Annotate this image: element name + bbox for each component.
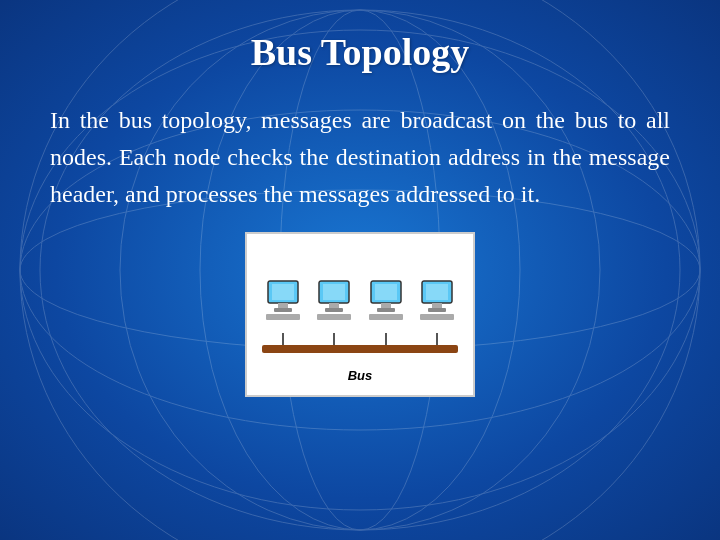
computer-1 (264, 279, 302, 345)
connector-1 (282, 333, 284, 345)
svg-rect-20 (381, 303, 391, 308)
svg-rect-11 (274, 308, 292, 312)
svg-rect-10 (278, 303, 288, 308)
computer-icon-3 (367, 279, 405, 333)
computer-icon-1 (264, 279, 302, 333)
bus-bar (262, 345, 458, 353)
connector-3 (385, 333, 387, 345)
svg-rect-14 (323, 284, 345, 300)
svg-rect-22 (369, 314, 403, 320)
svg-rect-17 (317, 314, 351, 320)
svg-rect-9 (272, 284, 294, 300)
computers-row (247, 244, 473, 345)
svg-rect-25 (432, 303, 442, 308)
computer-icon-2 (315, 279, 353, 333)
body-paragraph: In the bus topology, messages are broadc… (50, 102, 670, 214)
connector-2 (333, 333, 335, 345)
page-title: Bus Topology (50, 30, 670, 74)
computer-2 (315, 279, 353, 345)
diagram-container: Bus (50, 232, 670, 397)
svg-rect-21 (377, 308, 395, 312)
main-content: Bus Topology In the bus topology, messag… (0, 0, 720, 417)
computer-3 (367, 279, 405, 345)
svg-rect-24 (426, 284, 448, 300)
svg-rect-16 (325, 308, 343, 312)
svg-rect-15 (329, 303, 339, 308)
computer-icon-4 (418, 279, 456, 333)
svg-rect-12 (266, 314, 300, 320)
bus-topology-diagram: Bus (245, 232, 475, 397)
connector-4 (436, 333, 438, 345)
bus-label: Bus (348, 368, 373, 383)
svg-rect-19 (375, 284, 397, 300)
svg-rect-27 (420, 314, 454, 320)
computer-4 (418, 279, 456, 345)
svg-rect-26 (428, 308, 446, 312)
